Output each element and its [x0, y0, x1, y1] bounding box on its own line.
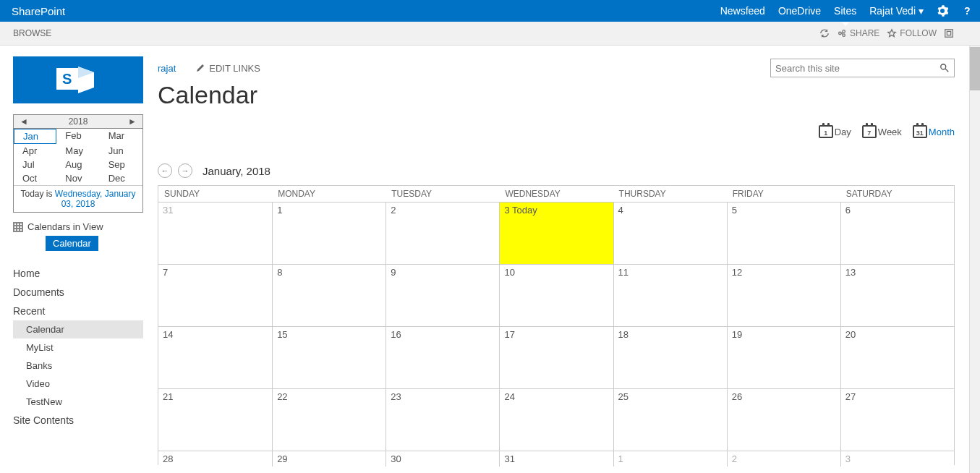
calendar-cell[interactable]: 25 [613, 389, 727, 451]
calendar-cell[interactable]: 17 [499, 327, 613, 388]
mini-month-aug[interactable]: Aug [56, 158, 99, 171]
nav-documents[interactable]: Documents [13, 283, 145, 302]
calendar-cell[interactable]: 10 [499, 265, 613, 326]
follow-button[interactable]: FOLLOW [887, 28, 937, 38]
user-menu[interactable]: Rajat Vedi ▾ [869, 5, 924, 17]
calendar-cell[interactable]: 14 [158, 327, 272, 388]
calendar-cell[interactable]: 4 [613, 203, 727, 264]
scrollbar[interactable] [969, 46, 980, 473]
view-month-label: Month [929, 127, 955, 137]
calendar-cell[interactable]: 29 [272, 451, 385, 466]
calendar-cell[interactable]: 9 [385, 265, 499, 326]
calendar-cell[interactable]: 3 Today [499, 203, 613, 264]
calendar-cell[interactable]: 23 [385, 389, 499, 451]
calendar-cell[interactable]: 22 [272, 389, 385, 451]
edit-links-button[interactable]: EDIT LINKS [196, 63, 260, 74]
nav-recent-video[interactable]: Video [13, 375, 145, 393]
nav-site-contents[interactable]: Site Contents [13, 411, 145, 430]
calendars-in-view-label: Calendars in View [27, 221, 103, 232]
mini-month-sep[interactable]: Sep [100, 158, 142, 171]
month-label: January, 2018 [203, 165, 270, 177]
svg-line-6 [945, 69, 948, 72]
ribbon-actions: SHARE FOLLOW [819, 28, 980, 38]
svg-text:?: ? [964, 5, 971, 17]
focus-button[interactable] [944, 28, 954, 38]
calendar-cell[interactable]: 20 [840, 327, 954, 388]
search-input[interactable] [775, 63, 939, 74]
mini-month-oct[interactable]: Oct [14, 171, 56, 185]
mini-month-feb[interactable]: Feb [56, 129, 99, 144]
calendar-cell[interactable]: 18 [613, 327, 727, 388]
mini-month-apr[interactable]: Apr [14, 144, 56, 158]
mini-month-mar[interactable]: Mar [100, 129, 142, 144]
mini-cal-prev[interactable]: ◄ [20, 116, 28, 127]
calendar-cell[interactable]: 3 [840, 451, 954, 466]
nav-onedrive[interactable]: OneDrive [778, 5, 821, 17]
mini-month-may[interactable]: May [56, 144, 99, 158]
today-link[interactable]: Wednesday, January 03, 2018 [55, 189, 136, 209]
calendar-cell[interactable]: 27 [840, 389, 954, 451]
mini-month-nov[interactable]: Nov [56, 171, 99, 185]
calendar-cell[interactable]: 2 [385, 203, 499, 264]
calendar-cell[interactable]: 6 [840, 203, 954, 264]
search-icon[interactable] [939, 63, 950, 73]
svg-rect-1 [945, 30, 953, 38]
share-label: SHARE [850, 28, 879, 38]
gear-icon[interactable] [937, 5, 948, 17]
calendar-cell[interactable]: 7 [158, 265, 272, 326]
calendar-cell[interactable]: 1 [272, 203, 385, 264]
calendar-cell[interactable]: 12 [727, 265, 840, 326]
nav-recent[interactable]: Recent [13, 302, 145, 320]
view-month[interactable]: 31 Month [913, 125, 955, 138]
help-icon[interactable]: ? [961, 5, 973, 17]
breadcrumb-site[interactable]: rajat [158, 63, 176, 74]
nav-recent-banks[interactable]: Banks [13, 357, 145, 375]
view-week[interactable]: 7 Week [862, 125, 902, 138]
calendar-cell[interactable]: 28 [158, 451, 272, 466]
calendar-cell[interactable]: 19 [727, 327, 840, 388]
day-header: MONDAY [272, 186, 385, 202]
calendar-cell[interactable]: 15 [272, 327, 385, 388]
calendars-in-view[interactable]: Calendars in View [13, 221, 145, 232]
day-header: THURSDAY [613, 186, 727, 202]
calendar-badge[interactable]: Calendar [46, 236, 98, 251]
calendar-cell[interactable]: 21 [158, 389, 272, 451]
calendar-cell[interactable]: 2 [727, 451, 840, 466]
calendar-cell[interactable]: 24 [499, 389, 613, 451]
month-next[interactable]: → [178, 163, 192, 178]
calendar-cell[interactable]: 16 [385, 327, 499, 388]
site-logo[interactable]: S [13, 56, 143, 103]
suite-right: Newsfeed OneDrive Sites Rajat Vedi ▾ ? [720, 5, 973, 17]
mini-cal-next[interactable]: ► [128, 116, 137, 127]
calendar-cell[interactable]: 11 [613, 265, 727, 326]
calendar-cell[interactable]: 31 [499, 451, 613, 466]
mini-month-jul[interactable]: Jul [14, 158, 56, 171]
nav-recent-mylist[interactable]: MyList [13, 338, 145, 357]
scrollbar-thumb[interactable] [970, 47, 980, 90]
share-button[interactable]: SHARE [837, 28, 879, 38]
calendar-cell[interactable]: 30 [385, 451, 499, 466]
edit-links-label: EDIT LINKS [209, 63, 260, 74]
page-title: Calendar [158, 81, 955, 109]
view-day[interactable]: 1 Day [819, 125, 851, 138]
nav-sites[interactable]: Sites [834, 5, 856, 17]
calendar-cell[interactable]: 26 [727, 389, 840, 451]
mini-month-dec[interactable]: Dec [100, 171, 142, 185]
day-header: SATURDAY [840, 186, 954, 202]
today-prefix: Today is [21, 189, 55, 199]
nav-newsfeed[interactable]: Newsfeed [720, 5, 765, 17]
calendar-cell[interactable]: 8 [272, 265, 385, 326]
calendar-cell[interactable]: 5 [727, 203, 840, 264]
sync-button[interactable] [819, 28, 830, 38]
ribbon-tab-browse[interactable]: BROWSE [0, 22, 64, 45]
month-prev[interactable]: ← [158, 163, 172, 178]
nav-recent-calendar[interactable]: Calendar [13, 320, 143, 338]
calendar-cell[interactable]: 1 [613, 451, 727, 466]
nav-home[interactable]: Home [13, 264, 145, 283]
calendar-cell[interactable]: 13 [840, 265, 954, 326]
nav-recent-testnew[interactable]: TestNew [13, 393, 145, 411]
mini-month-jun[interactable]: Jun [100, 144, 142, 158]
mini-month-jan[interactable]: Jan [14, 129, 56, 144]
calendar-cell[interactable]: 31 [158, 203, 272, 264]
suite-bar: SharePoint Newsfeed OneDrive Sites Rajat… [0, 0, 980, 22]
